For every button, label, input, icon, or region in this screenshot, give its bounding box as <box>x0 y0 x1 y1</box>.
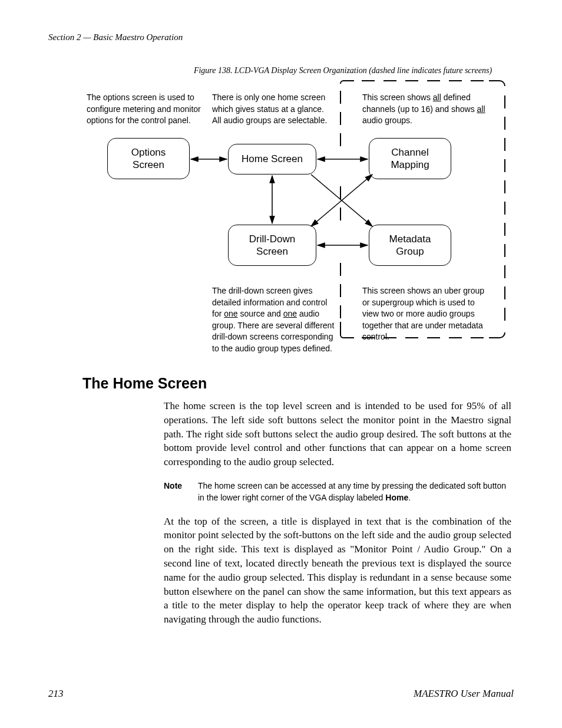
svg-line-4 <box>311 174 372 226</box>
home-annotation: There is only one home screen which give… <box>212 92 330 127</box>
page-footer: 213 MAESTRO User Manual <box>48 688 514 700</box>
note-text: The home screen can be accessed at any t… <box>198 480 511 504</box>
page-number: 213 <box>48 688 64 700</box>
metadata-group-node: Metadata Group <box>369 225 451 266</box>
metadata-annotation: This screen shows an uber group or super… <box>362 285 489 343</box>
paragraph-1: The home screen is the top level screen … <box>164 399 511 469</box>
note-row: Note The home screen can be accessed at … <box>164 480 511 504</box>
note-label: Note <box>164 480 198 504</box>
drill-annotation: The drill-down screen gives detailed inf… <box>212 285 339 355</box>
channel-annotation: This screen shows all defined channels (… <box>362 92 492 127</box>
screen-organization-diagram: The options screen is used to configure … <box>54 80 514 357</box>
section-header: Section 2 — Basic Maestro Operation <box>48 32 514 42</box>
channel-mapping-node: Channel Mapping <box>369 138 451 179</box>
drill-down-screen-node: Drill-Down Screen <box>228 225 316 266</box>
options-annotation: The options screen is used to configure … <box>87 92 204 127</box>
paragraph-2: At the top of the screen, a title is dis… <box>164 515 511 627</box>
options-screen-node: Options Screen <box>107 138 190 179</box>
figure-caption: Figure 138. LCD-VGA Display Screen Organ… <box>172 66 514 75</box>
doc-title: MAESTRO User Manual <box>414 688 514 700</box>
page: Section 2 — Basic Maestro Operation Figu… <box>0 0 562 728</box>
home-screen-heading: The Home Screen <box>82 375 514 392</box>
svg-line-5 <box>311 174 372 226</box>
home-screen-node: Home Screen <box>228 144 316 174</box>
